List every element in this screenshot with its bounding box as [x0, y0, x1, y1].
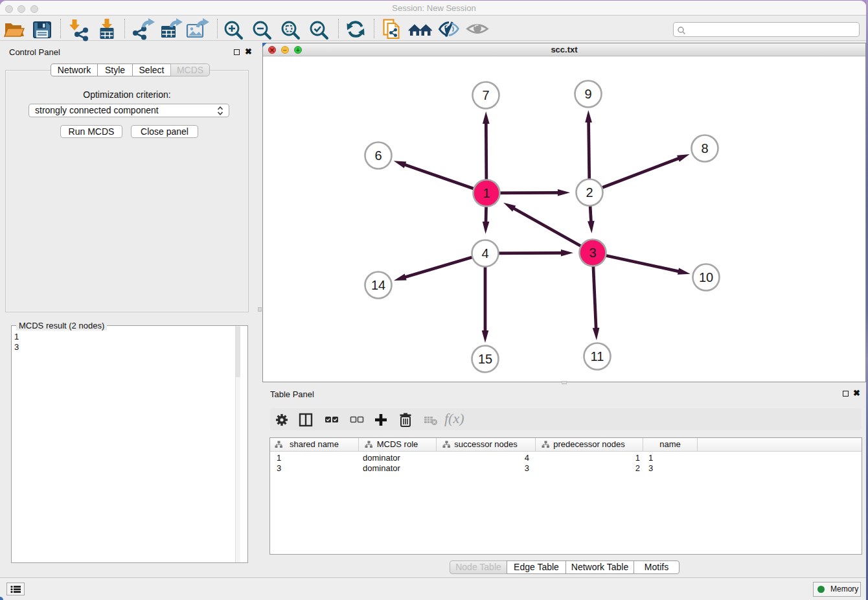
svg-text:15: 15 — [478, 352, 492, 366]
svg-text:7: 7 — [482, 88, 489, 102]
svg-text:8: 8 — [701, 141, 708, 156]
svg-text:3: 3 — [589, 246, 596, 260]
svg-text:4: 4 — [481, 246, 488, 260]
svg-text:10: 10 — [699, 270, 713, 284]
svg-text:11: 11 — [591, 349, 604, 363]
svg-text:2: 2 — [586, 185, 593, 200]
svg-text:1: 1 — [483, 186, 490, 200]
svg-text:9: 9 — [584, 87, 591, 101]
svg-text:6: 6 — [374, 148, 382, 163]
svg-text:14: 14 — [371, 278, 385, 292]
